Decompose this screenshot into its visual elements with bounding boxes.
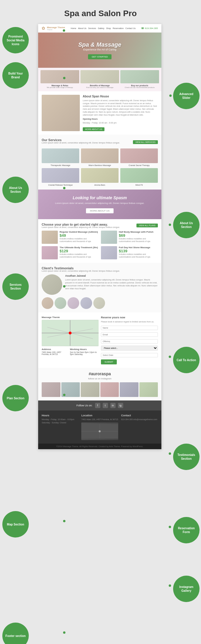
our-services-section: Our Services Lorem ipsum dolor sit amet,… <box>38 135 161 190</box>
footer-hours-heading: Hours <box>42 414 78 417</box>
reservation-email-input[interactable] <box>101 332 158 337</box>
nav-reservation[interactable]: Reservation <box>113 27 124 29</box>
footer-map-svg <box>81 422 118 440</box>
site-phone: ☎ 619.394.395 <box>141 27 158 30</box>
nav-gallery[interactable]: Gallery <box>98 27 104 29</box>
testimonial-thumb-3[interactable] <box>67 297 79 309</box>
dot-services <box>63 285 65 288</box>
about-image <box>42 95 80 131</box>
about-heading: About Span House <box>83 95 158 98</box>
service-title-1: Massage & Relax <box>40 84 79 87</box>
address-heading: Address <box>42 348 67 351</box>
plan-img-4 <box>101 246 117 259</box>
dot-instagram <box>169 584 171 587</box>
logo-tagline: Theme <box>47 29 65 31</box>
map-reservation-section: Massage Thenie <box>38 312 161 368</box>
plan-card-4: Full Day Hot Stone Massage $139 Includes… <box>101 246 158 259</box>
plan-grid: Regular Guided Massage (120min) $49 Incl… <box>42 231 158 259</box>
instagram-img-1 <box>42 382 60 397</box>
footer-col-hours: Hours Monday - Friday: 10:00am - 6:00pm … <box>42 414 78 440</box>
hero-cta-button[interactable]: GET STARTED <box>88 54 111 59</box>
nav-contact[interactable]: Contact Us <box>125 27 136 29</box>
services-desc: Lorem ipsum dolor sit amet, consectetur … <box>42 142 120 144</box>
service-card-name-3: Cranial Sacral Therapy <box>120 164 158 166</box>
bubble-instagram-gallery: Instagram Gallery <box>173 576 200 602</box>
service-card-name-6: Mind Fit <box>120 184 158 186</box>
nav-shop[interactable]: Shop <box>106 27 111 29</box>
plan-price-1: $49 <box>60 233 99 238</box>
plan-card-1: Regular Guided Massage (120min) $49 Incl… <box>42 231 99 244</box>
bubble-reservation-form: Reservation Form <box>173 517 200 543</box>
social-icons-group: f t in ig <box>95 403 123 408</box>
service-card-name-5: Aroma Bars <box>81 184 119 186</box>
testimonial-thumb-2[interactable] <box>55 297 66 309</box>
map-placeholder <box>42 320 99 346</box>
testimonial-content: Asuthan Jaiswal Lorem ipsum dolor sit am… <box>65 274 158 295</box>
service-card-name-4: Cranial Release Technique <box>42 184 79 186</box>
reservation-form: Reserve yours now Please book in advance… <box>101 316 158 364</box>
bubble-about-us-left: About Us Section <box>2 177 29 203</box>
bubble-cta: Call To Action <box>173 347 200 373</box>
reservation-date-input[interactable] <box>101 353 158 357</box>
footer-location-text: 7462 Adan 100, #457 Fremina, Al 34715 <box>81 418 118 421</box>
plan-img-2 <box>101 231 117 244</box>
view-all-services-button[interactable]: VIEW ALL SERVICES <box>133 140 158 144</box>
nav-about[interactable]: About Us <box>78 27 87 29</box>
site-nav[interactable]: Home About Us Services Gallery Shop Rese… <box>71 27 136 29</box>
service-card-1: Therapeutic Massage <box>42 148 79 166</box>
instagram-subtext: follow us on instagram <box>42 377 158 380</box>
testimonial-thumb-5[interactable] <box>93 297 105 309</box>
plan-price-3: $129 <box>60 249 99 253</box>
dot-slider <box>169 94 172 97</box>
testimonial-main: Asuthan Jaiswal Lorem ipsum dolor sit am… <box>42 274 158 295</box>
hero-heading: Spa & Massage <box>78 41 121 48</box>
dot-cta <box>169 356 171 358</box>
reservation-offering-input[interactable] <box>101 339 158 344</box>
service-img-2 <box>80 70 119 83</box>
footer-bottom: ©2014 Massage Theme. All Rights Reserved… <box>38 444 161 449</box>
view-all-plans-button[interactable]: VIEW ALL PLANS <box>136 224 158 227</box>
footer-col-location: Location 7462 Adan 100, #457 Fremina, Al… <box>81 414 118 440</box>
testimonial-thumb-1[interactable] <box>42 297 53 309</box>
plan-title-3: The Ultimate Body Treatment (3hr) <box>60 246 99 249</box>
nav-home[interactable]: Home <box>71 27 76 29</box>
facebook-icon[interactable]: f <box>95 403 100 408</box>
plan-desc-1: Includes endless modalities and customis… <box>60 238 99 243</box>
service-card-3: Cranial Sacral Therapy <box>120 148 158 166</box>
cta-section: Looking for ultimate Spasm Lorem ipsum d… <box>38 190 161 219</box>
linkedin-icon[interactable]: in <box>110 403 116 408</box>
reservation-select[interactable]: Please select... <box>101 346 158 351</box>
dot-about-right <box>169 224 171 226</box>
service-card-img-5 <box>81 168 119 183</box>
cta-desc: Lorem ipsum dolor sit amet, consectetur … <box>42 202 158 204</box>
service-item-1: Massage & Relax We provide wide range of… <box>40 70 79 89</box>
testimonial-thumb-4[interactable] <box>80 297 92 309</box>
plan-desc-2: Includes endless modalities and customis… <box>119 238 158 243</box>
twitter-icon[interactable]: t <box>103 403 108 408</box>
reservation-submit-button[interactable]: SUBMIT <box>101 359 117 364</box>
footer-credit: Created by Axle Theme. Powered by WordPr… <box>99 445 143 447</box>
services-strip: Massage & Relax We provide wide range of… <box>38 68 161 91</box>
about-hours-heading: Opening Hours <box>83 118 158 121</box>
reservation-desc: Please book in advance regard to limited… <box>101 321 158 323</box>
bubble-testimonials: Testimonials Section <box>173 444 200 470</box>
bubble-plan-section: Plan Section <box>2 385 29 411</box>
services-heading: Our Services <box>42 138 120 142</box>
hero-slider: Spa & Massage Experience the Art of Cari… <box>38 33 161 68</box>
cta-button[interactable]: MORE ABOUT US <box>86 208 114 213</box>
bubble-social-media: Prominent Social Media Icons <box>2 27 29 53</box>
testimonial-text: Lorem ipsum dolor sit amet, consectetur … <box>65 278 158 290</box>
plan-card-3: The Ultimate Body Treatment (3hr) $129 I… <box>42 246 99 259</box>
service-card-img-2 <box>81 148 119 163</box>
nav-services[interactable]: Services <box>88 27 96 29</box>
testimonial-thumbs <box>42 297 158 309</box>
service-card-img-1 <box>42 148 79 163</box>
instagram-icon[interactable]: ig <box>118 403 123 408</box>
about-more-button[interactable]: MORE ABOUT US <box>83 127 104 131</box>
plan-desc-4: Includes endless modalities and customis… <box>119 253 158 258</box>
footer-contact-heading: Contact <box>121 414 158 417</box>
dot-brand <box>63 77 65 79</box>
bubble-about-us-right: About Us Section <box>173 212 200 238</box>
svg-point-5 <box>69 332 72 334</box>
reservation-name-input[interactable] <box>101 326 158 330</box>
